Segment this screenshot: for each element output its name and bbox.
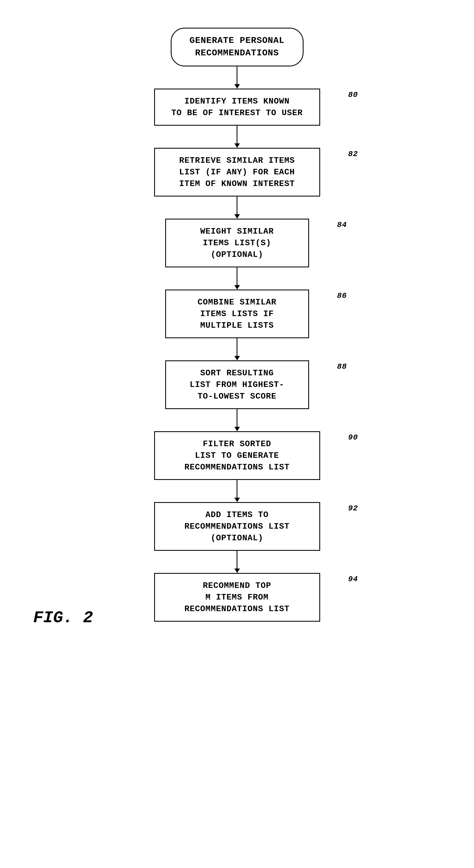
arrow-line-6 (236, 409, 238, 427)
step-80-text: IDENTIFY ITEMS KNOWNTO BE OF INTEREST TO… (171, 97, 303, 118)
step-90-wrapper: FILTER SORTEDLIST TO GENERATERECOMMENDAT… (0, 431, 474, 480)
step-88-node: SORT RESULTINGLIST FROM HIGHEST-TO-LOWES… (165, 361, 309, 409)
arrow-line-8 (236, 551, 238, 568)
step-90-node: FILTER SORTEDLIST TO GENERATERECOMMENDAT… (154, 431, 320, 480)
step-88-label: 88 (337, 361, 347, 372)
arrow-3 (234, 196, 240, 219)
step-86-text: COMBINE SIMILARITEMS LISTS IFMULTIPLE LI… (197, 298, 277, 330)
step-84-wrapper: WEIGHT SIMILARITEMS LIST(S)(OPTIONAL) 84 (0, 219, 474, 268)
step-86-node: COMBINE SIMILARITEMS LISTS IFMULTIPLE LI… (165, 289, 309, 338)
step-94-node: RECOMMEND TOPM ITEMS FROMRECOMMENDATIONS… (154, 573, 320, 622)
step-80-node: IDENTIFY ITEMS KNOWNTO BE OF INTEREST TO… (154, 89, 320, 126)
start-node: GENERATE PERSONAL RECOMMENDATIONS (171, 28, 304, 66)
step-86-label: 86 (337, 290, 347, 301)
step-86-wrapper: COMBINE SIMILARITEMS LISTS IFMULTIPLE LI… (0, 289, 474, 338)
step-80-label: 80 (348, 89, 358, 100)
step-82-label: 82 (348, 149, 358, 159)
step-84-label: 84 (337, 219, 347, 230)
flowchart-diagram: GENERATE PERSONAL RECOMMENDATIONS IDENTI… (0, 0, 474, 649)
arrow-head-5 (234, 356, 240, 361)
arrow-head-7 (234, 498, 240, 502)
step-82-text: RETRIEVE SIMILAR ITEMSLIST (IF ANY) FOR … (179, 156, 295, 188)
arrow-5 (234, 338, 240, 361)
step-84-text: WEIGHT SIMILARITEMS LIST(S)(OPTIONAL) (200, 227, 274, 259)
arrow-4 (234, 268, 240, 289)
step-92-node: ADD ITEMS TORECOMMENDATIONS LIST(OPTIONA… (154, 502, 320, 551)
step-92-label: 92 (348, 503, 358, 514)
step-94-text: RECOMMEND TOPM ITEMS FROMRECOMMENDATIONS… (184, 581, 289, 614)
arrow-head-6 (234, 427, 240, 431)
arrow-head-8 (234, 568, 240, 573)
arrow-line-4 (236, 268, 238, 285)
arrow-head-4 (234, 285, 240, 289)
arrow-head-2 (234, 144, 240, 148)
step-90-text: FILTER SORTEDLIST TO GENERATERECOMMENDAT… (184, 439, 289, 472)
arrow-line-5 (236, 338, 238, 356)
step-82-node: RETRIEVE SIMILAR ITEMSLIST (IF ANY) FOR … (154, 148, 320, 196)
arrow-line-2 (236, 126, 238, 144)
step-92-text: ADD ITEMS TORECOMMENDATIONS LIST(OPTIONA… (184, 510, 289, 543)
start-node-text: GENERATE PERSONAL RECOMMENDATIONS (190, 35, 284, 58)
start-node-wrapper: GENERATE PERSONAL RECOMMENDATIONS (0, 28, 474, 66)
arrow-line-1 (236, 66, 238, 84)
step-88-text: SORT RESULTINGLIST FROM HIGHEST-TO-LOWES… (190, 368, 284, 401)
figure-label: FIG. 2 (33, 609, 93, 627)
step-92-wrapper: ADD ITEMS TORECOMMENDATIONS LIST(OPTIONA… (0, 502, 474, 551)
step-94-label: 94 (348, 574, 358, 585)
arrow-2 (234, 126, 240, 148)
step-80-wrapper: IDENTIFY ITEMS KNOWNTO BE OF INTEREST TO… (0, 89, 474, 126)
step-84-node: WEIGHT SIMILARITEMS LIST(S)(OPTIONAL) 84 (165, 219, 309, 268)
arrow-6 (234, 409, 240, 431)
arrow-7 (234, 480, 240, 502)
arrow-line-3 (236, 196, 238, 214)
step-88-wrapper: SORT RESULTINGLIST FROM HIGHEST-TO-LOWES… (0, 361, 474, 409)
arrow-1 (234, 66, 240, 89)
arrow-head-1 (234, 84, 240, 89)
step-90-label: 90 (348, 432, 358, 443)
arrow-line-7 (236, 480, 238, 498)
arrow-8 (234, 551, 240, 573)
step-82-wrapper: RETRIEVE SIMILAR ITEMSLIST (IF ANY) FOR … (0, 148, 474, 196)
arrow-head-3 (234, 214, 240, 219)
